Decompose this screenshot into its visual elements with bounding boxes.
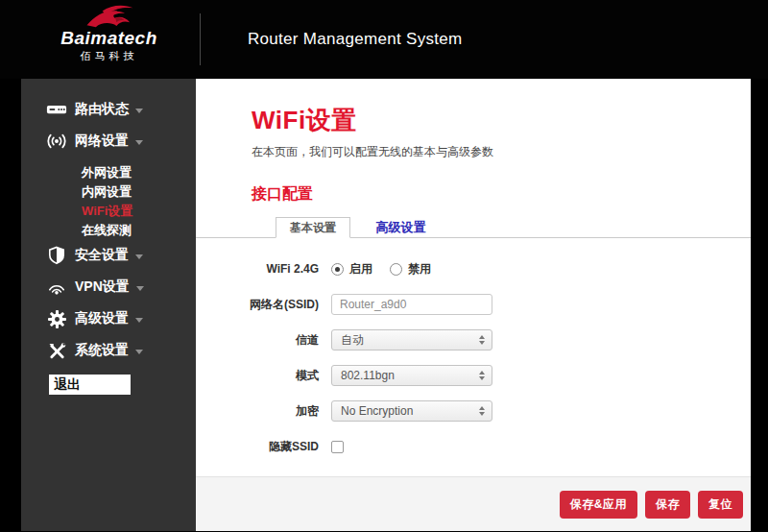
reset-button[interactable]: 复位 (698, 491, 743, 519)
sidebar-item-vpn-settings[interactable]: VPN设置 (21, 278, 196, 297)
encryption-label: 加密 (196, 403, 331, 420)
chevron-down-icon (135, 140, 143, 145)
app-title: Router Management System (248, 0, 463, 79)
sidebar-item-security-settings[interactable]: 安全设置 (21, 246, 196, 265)
section-title: 接口配置 (252, 184, 732, 205)
main-content: WiFi设置 在本页面，我们可以配置无线的基本与高级参数 接口配置 基本设置 高… (196, 79, 751, 531)
broadcast-icon (46, 132, 67, 151)
save-and-apply-button[interactable]: 保存&应用 (560, 491, 637, 519)
mode-row: 模式 802.11bgn (196, 365, 751, 386)
router-icon (46, 100, 67, 119)
wifi-enable-row: WiFi 2.4G 启用 禁用 (196, 258, 751, 279)
mode-selected-value: 802.11bgn (341, 369, 395, 382)
horse-logo-icon (79, 4, 140, 29)
select-stepper-icon (479, 406, 485, 416)
chevron-down-icon (135, 254, 143, 259)
sidebar-subitem-wan-settings[interactable]: 外网设置 (21, 163, 196, 182)
network-settings-submenu: 外网设置 内网设置 WiFi设置 在线探测 (21, 163, 196, 240)
ssid-label: 网络名(SSID) (196, 297, 331, 313)
channel-selected-value: 自动 (341, 332, 364, 349)
sidebar-item-label: 安全设置 (75, 247, 129, 264)
app-header: Baimatech 佰马科技 Router Management System (0, 0, 768, 79)
enable-radio[interactable] (331, 263, 344, 276)
shield-icon (46, 246, 67, 265)
chevron-down-icon (135, 109, 143, 113)
encryption-select[interactable]: No Encryption (331, 400, 492, 422)
save-button[interactable]: 保存 (645, 491, 690, 519)
sidebar-item-advanced-settings[interactable]: 高级设置 (21, 309, 196, 328)
chevron-down-icon (135, 350, 143, 354)
channel-row: 信道 自动 (196, 329, 751, 351)
brand-logo: Baimatech 佰马科技 (21, 4, 197, 77)
header-divider (200, 13, 201, 65)
select-stepper-icon (479, 335, 485, 345)
disable-radio-label: 禁用 (408, 261, 431, 278)
router-management-app: Baimatech 佰马科技 Router Management System … (0, 0, 768, 532)
encryption-selected-value: No Encryption (341, 404, 413, 418)
hide-ssid-label: 隐藏SSID (196, 439, 331, 455)
wifi-2_4g-label: WiFi 2.4G (196, 262, 331, 276)
channel-select[interactable]: 自动 (331, 329, 492, 351)
form-actions-bar: 保存&应用 保存 复位 (196, 476, 751, 531)
sidebar-subitem-lan-settings[interactable]: 内网设置 (21, 182, 196, 202)
tabbar: 基本设置 高级设置 (196, 217, 751, 238)
chevron-down-icon (135, 318, 143, 323)
select-stepper-icon (479, 371, 485, 380)
logout-button[interactable]: 退出 (49, 375, 131, 395)
ssid-input[interactable] (331, 294, 492, 315)
ssid-row: 网络名(SSID) (196, 294, 751, 315)
sidebar-item-label: 高级设置 (75, 310, 129, 327)
sidebar-item-label: 网络设置 (75, 133, 129, 150)
encryption-row: 加密 No Encryption (196, 400, 751, 422)
sidebar-item-router-status[interactable]: 路由状态 (21, 100, 196, 119)
brand-name: Baimatech (60, 29, 157, 47)
sidebar-item-label: VPN设置 (75, 278, 130, 296)
channel-label: 信道 (196, 332, 331, 349)
sidebar-item-label: 路由状态 (75, 101, 129, 118)
mode-label: 模式 (196, 368, 331, 384)
gear-icon (46, 309, 67, 328)
disable-radio[interactable] (390, 263, 402, 276)
tab-advanced-settings[interactable]: 高级设置 (375, 217, 425, 238)
tools-icon (46, 341, 67, 360)
sidebar-item-network-settings[interactable]: 网络设置 (21, 132, 196, 151)
chevron-down-icon (136, 286, 144, 291)
tab-basic-settings[interactable]: 基本设置 (276, 217, 350, 238)
hide-ssid-row: 隐藏SSID (196, 436, 751, 457)
mode-select[interactable]: 802.11bgn (331, 365, 492, 386)
page-title: WiFi设置 (252, 104, 732, 137)
enable-radio-label: 启用 (349, 261, 372, 278)
sidebar-item-label: 系统设置 (75, 342, 129, 359)
hide-ssid-checkbox[interactable] (331, 441, 344, 453)
sidebar: 路由状态 网络设置 外网设置 内网设置 WiF (21, 79, 196, 531)
page-subtitle: 在本页面，我们可以配置无线的基本与高级参数 (252, 144, 732, 160)
sidebar-item-system-settings[interactable]: 系统设置 (21, 341, 196, 360)
sidebar-subitem-online-detection[interactable]: 在线探测 (21, 221, 196, 240)
wireless-icon (46, 278, 67, 297)
brand-name-chinese: 佰马科技 (81, 49, 138, 63)
sidebar-subitem-wifi-settings[interactable]: WiFi设置 (21, 202, 196, 221)
wifi-settings-form: WiFi 2.4G 启用 禁用 网络名(SSID) 信道 自动 (196, 258, 751, 457)
